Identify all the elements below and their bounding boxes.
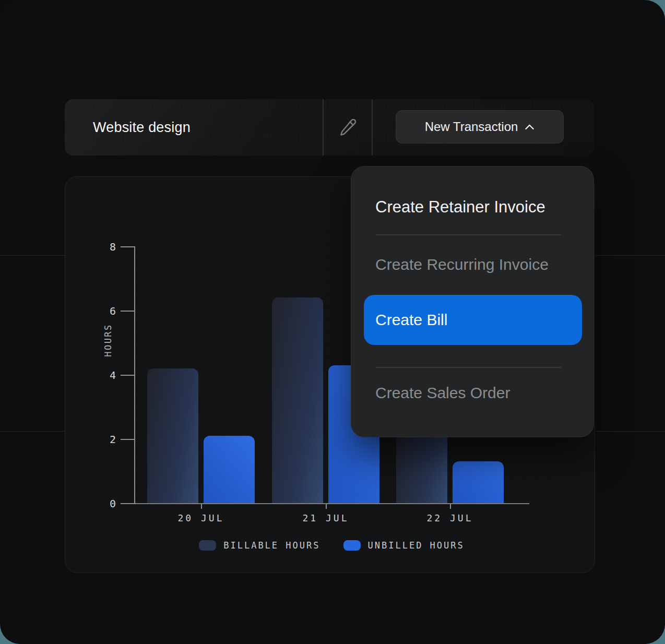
y-tick — [121, 246, 134, 247]
y-tick — [121, 311, 134, 312]
new-transaction-label: New Transaction — [425, 120, 518, 134]
y-tick-label: 0 — [85, 498, 116, 509]
y-tick-label: 4 — [85, 370, 116, 380]
divider — [372, 99, 373, 156]
y-tick — [121, 439, 134, 440]
menu-item-create-retainer-invoice[interactable]: Create Retainer Invoice — [375, 190, 569, 224]
x-category-label: 20 JUL — [164, 512, 238, 523]
legend-item: BILLABLE HOURS — [199, 540, 320, 551]
y-tick — [121, 503, 134, 504]
menu-item-create-sales-order[interactable]: Create Sales Order — [375, 376, 569, 410]
y-tick — [121, 375, 134, 376]
x-axis-line — [134, 503, 529, 504]
chart-legend: BILLABLE HOURSUNBILLED HOURS — [134, 539, 529, 552]
pencil-icon — [338, 118, 357, 137]
legend-swatch — [343, 540, 361, 551]
x-tick — [450, 504, 451, 509]
y-axis-line — [134, 246, 135, 504]
bar-billable-hours-21-jul — [272, 297, 323, 503]
chevron-up-icon — [525, 124, 535, 130]
project-header-bar: Website design New Transaction — [65, 99, 594, 156]
x-tick — [201, 504, 202, 509]
new-transaction-menu: Create Retainer Invoice Create Recurring… — [351, 166, 594, 437]
menu-item-create-recurring-invoice[interactable]: Create Recurring Invoice — [375, 248, 569, 281]
bar-billable-hours-20-jul — [147, 368, 198, 503]
app-canvas: HOURS 0246820 JUL21 JUL22 JULBILLABLE HO… — [0, 0, 665, 644]
legend-swatch — [199, 540, 216, 551]
x-category-label: 21 JUL — [289, 512, 362, 523]
y-tick-label: 2 — [85, 434, 116, 445]
legend-label: BILLABLE HOURS — [223, 540, 320, 551]
y-tick-label: 8 — [85, 242, 116, 252]
bar-unbilled-hours-22-jul — [453, 461, 504, 503]
x-category-label: 22 JUL — [413, 512, 486, 523]
edit-project-button[interactable] — [323, 99, 372, 156]
menu-divider — [375, 367, 561, 368]
menu-item-create-bill[interactable]: Create Bill — [364, 295, 582, 345]
menu-divider — [375, 234, 561, 235]
new-transaction-button[interactable]: New Transaction — [396, 110, 564, 144]
legend-item: UNBILLED HOURS — [343, 540, 465, 551]
legend-label: UNBILLED HOURS — [368, 540, 465, 551]
y-tick-label: 6 — [85, 306, 116, 316]
bar-unbilled-hours-20-jul — [204, 436, 255, 503]
x-tick — [326, 504, 327, 509]
project-title: Website design — [93, 99, 191, 156]
